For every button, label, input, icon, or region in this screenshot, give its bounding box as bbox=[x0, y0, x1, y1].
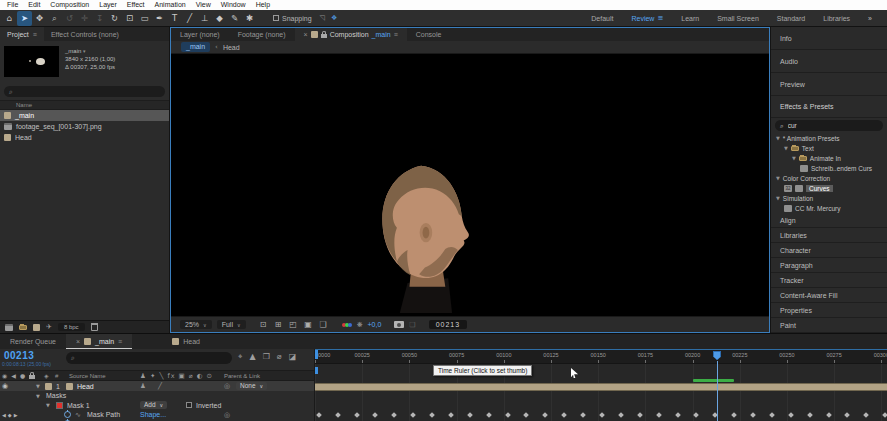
panel-menu-icon[interactable]: ≡ bbox=[394, 31, 398, 38]
panel-tab-tracker[interactable]: Tracker bbox=[771, 273, 887, 288]
keyframe-diamond[interactable] bbox=[788, 412, 794, 418]
resolution-dropdown[interactable]: Full∨ bbox=[217, 320, 246, 329]
stopwatch-icon[interactable] bbox=[64, 411, 71, 418]
viewer-timecode[interactable]: 00213 bbox=[429, 320, 467, 329]
mask-color-swatch[interactable] bbox=[56, 402, 63, 409]
layer-name[interactable]: Head bbox=[77, 381, 94, 391]
panel-tab-preview[interactable]: Preview bbox=[771, 73, 887, 96]
expander-icon[interactable]: ▼ bbox=[776, 195, 780, 201]
composition-canvas[interactable] bbox=[171, 54, 769, 316]
keyframe-diamond[interactable] bbox=[845, 412, 851, 418]
menu-effect[interactable]: Effect bbox=[122, 0, 150, 10]
keyframe-diamond[interactable] bbox=[693, 412, 699, 418]
workspace-tab-review[interactable]: Review≡ bbox=[622, 14, 672, 22]
effects-tree-item-schreib-endem-curs[interactable]: Schreib..endem Curs bbox=[771, 163, 887, 173]
current-time-display[interactable]: 00213 bbox=[4, 350, 34, 361]
fast-previews-icon[interactable]: ❋ bbox=[357, 321, 363, 329]
keyframe-diamond[interactable] bbox=[505, 412, 511, 418]
zoom-tool[interactable]: ⌕ bbox=[47, 11, 62, 26]
effects-tree-item-cc-mr-mercury[interactable]: CC Mr. Mercury bbox=[771, 203, 887, 213]
effects-tree-item-curves[interactable]: 32Curves bbox=[771, 183, 887, 193]
effects-tree-item-animate-in[interactable]: ▼Animate In bbox=[771, 153, 887, 163]
menu-layer[interactable]: Layer bbox=[94, 0, 122, 10]
layer-duration-bar[interactable] bbox=[315, 383, 887, 391]
layer-shy-switch[interactable]: ♟ bbox=[140, 381, 147, 391]
mask-mode-dropdown[interactable]: Add∨ bbox=[140, 401, 167, 409]
panel-tab-audio[interactable]: Audio bbox=[771, 50, 887, 73]
home-tool[interactable]: ⌂ bbox=[2, 11, 17, 26]
keyframe-diamond[interactable] bbox=[373, 412, 379, 418]
interpret-footage-icon[interactable] bbox=[5, 324, 13, 331]
bit-depth-button[interactable]: 8 bpc bbox=[58, 323, 85, 331]
keyframe-diamond[interactable] bbox=[731, 412, 737, 418]
tab-timeline-head[interactable]: Head bbox=[162, 334, 210, 349]
panel-tab-character[interactable]: Character bbox=[771, 243, 887, 258]
project-item-main[interactable]: _main bbox=[0, 110, 169, 121]
panel-tab-properties[interactable]: Properties bbox=[771, 303, 887, 318]
panel-menu-icon[interactable]: ≡ bbox=[118, 338, 122, 345]
expand-panel-icon[interactable]: ❖ bbox=[331, 14, 337, 22]
trash-icon[interactable] bbox=[91, 323, 98, 331]
shrink-panel-icon[interactable]: ◹ bbox=[320, 14, 325, 22]
brush-tool[interactable]: ╱ bbox=[182, 11, 197, 26]
type-tool[interactable]: T bbox=[167, 11, 182, 26]
effects-tree-item-text[interactable]: ▼Text bbox=[771, 143, 887, 153]
view-layout-button[interactable]: ❑ bbox=[317, 320, 330, 329]
hand-tool[interactable]: ✥ bbox=[32, 11, 47, 26]
expander-icon[interactable]: ▼ bbox=[36, 391, 40, 400]
keyframe-diamond[interactable] bbox=[410, 412, 416, 418]
keyframe-diamond[interactable] bbox=[656, 412, 662, 418]
keyframe-diamond[interactable] bbox=[335, 412, 341, 418]
panel-tab-paragraph[interactable]: Paragraph bbox=[771, 258, 887, 273]
grid-guides-button[interactable]: ⊡ bbox=[257, 320, 270, 329]
parent-dropdown[interactable]: None∨ bbox=[236, 382, 267, 390]
chevron-down-icon[interactable]: ▾ bbox=[83, 48, 86, 54]
expander-icon[interactable]: ▼ bbox=[792, 155, 796, 161]
workspace-tab-default[interactable]: Default bbox=[582, 15, 622, 22]
eye-icon[interactable]: ◉ bbox=[2, 372, 7, 379]
property-row-mask-path[interactable]: ◀◆▶ ∿ Mask Path Shape... ◎ bbox=[0, 410, 314, 419]
keyframe-diamond[interactable] bbox=[542, 412, 548, 418]
panel-tab-align[interactable]: Align bbox=[771, 213, 887, 228]
keyframe-diamond[interactable] bbox=[826, 412, 832, 418]
workspace-overflow-button[interactable]: » bbox=[859, 15, 881, 22]
keyframe-diamond[interactable] bbox=[637, 412, 643, 418]
roto-brush-tool[interactable]: ✎ bbox=[227, 11, 242, 26]
project-name-column-header[interactable]: Name bbox=[0, 100, 169, 110]
menu-composition[interactable]: Composition bbox=[45, 0, 94, 10]
pickwhip-icon[interactable]: ◎ bbox=[224, 410, 230, 419]
workspace-tab-small-screen[interactable]: Small Screen bbox=[708, 15, 768, 22]
keyframe-diamond[interactable] bbox=[316, 412, 322, 418]
workspace-tab-libraries[interactable]: Libraries bbox=[814, 15, 859, 22]
workspace-tab-learn[interactable]: Learn bbox=[672, 15, 708, 22]
keyframe-diamond[interactable] bbox=[524, 412, 530, 418]
show-snapshot-icon[interactable]: ❏ bbox=[409, 321, 415, 329]
pen-tool[interactable]: ✒ bbox=[152, 11, 167, 26]
eraser-tool[interactable]: ◆ bbox=[212, 11, 227, 26]
expander-icon[interactable]: ▼ bbox=[46, 400, 50, 410]
panel-tab-libraries[interactable]: Libraries bbox=[771, 228, 887, 243]
keyframe-diamond[interactable] bbox=[807, 412, 813, 418]
panel-menu-icon[interactable]: ≡ bbox=[33, 31, 37, 38]
source-name-column-header[interactable]: Source Name bbox=[69, 371, 106, 380]
keyframe-diamond[interactable] bbox=[882, 412, 887, 418]
index-column-header[interactable]: # bbox=[55, 371, 58, 380]
close-icon[interactable]: × bbox=[304, 31, 308, 38]
panel-tab-content-aware-fill[interactable]: Content-Aware Fill bbox=[771, 288, 887, 303]
frame-blending-button[interactable]: ▲ bbox=[250, 352, 256, 362]
panel-tab-effects-presets[interactable]: Effects & Presets bbox=[771, 96, 887, 118]
mask-visibility-button[interactable]: ⊞ bbox=[272, 320, 285, 329]
masks-group-row[interactable]: ▼ Masks bbox=[0, 391, 314, 400]
effects-tree-item-animation-presets[interactable]: ▼* Animation Presets bbox=[771, 133, 887, 143]
snapping-checkbox[interactable] bbox=[273, 15, 279, 21]
keyframe-diamond[interactable] bbox=[618, 412, 624, 418]
keyframe-diamond[interactable] bbox=[599, 412, 605, 418]
expander-icon[interactable]: ▼ bbox=[776, 135, 780, 141]
label-column-icon[interactable]: ◈ bbox=[44, 371, 49, 380]
tab-render-queue[interactable]: Render Queue bbox=[0, 334, 66, 349]
breadcrumb-comp[interactable]: _main bbox=[181, 42, 210, 52]
project-item-head[interactable]: Head bbox=[0, 132, 169, 143]
channels-button[interactable] bbox=[343, 323, 352, 327]
menu-view[interactable]: View bbox=[191, 0, 216, 10]
motion-blur-button[interactable]: ❒ bbox=[263, 352, 270, 362]
